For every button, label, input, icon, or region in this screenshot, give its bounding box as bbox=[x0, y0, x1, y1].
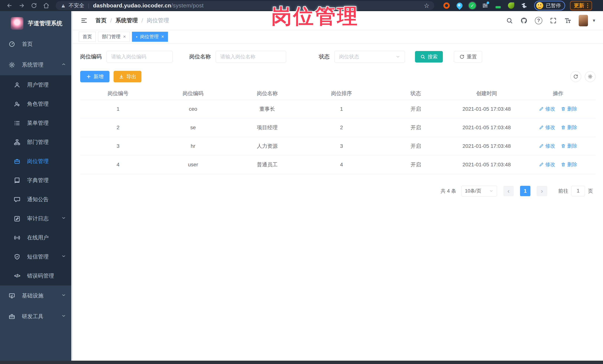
page-size-select[interactable]: 10条/页 bbox=[461, 186, 497, 196]
edit-link[interactable]: 修改 bbox=[539, 161, 555, 168]
column-header: 岗位编号 bbox=[80, 87, 156, 100]
hamburger-icon bbox=[81, 17, 88, 24]
cell-post-status: 开启 bbox=[379, 100, 453, 118]
next-page-button[interactable]: › bbox=[537, 186, 547, 196]
sidebar-item-label: 研发工具 bbox=[22, 313, 43, 320]
cell-post-status: 开启 bbox=[379, 155, 453, 174]
not-secure-warning-icon[interactable]: ▲ ! bbox=[60, 3, 66, 8]
sidebar-item-dictionary[interactable]: 字典管理 bbox=[0, 171, 73, 190]
chevron-down-icon bbox=[61, 293, 66, 299]
prev-page-button[interactable]: ‹ bbox=[503, 186, 514, 196]
delete-link[interactable]: 删除 bbox=[561, 124, 577, 131]
browser-back-button[interactable] bbox=[3, 1, 16, 10]
cell-post-status: 开启 bbox=[379, 118, 453, 137]
sidebar-item-audit-log[interactable]: 审计日志 bbox=[0, 209, 73, 228]
font-size-icon bbox=[564, 17, 571, 24]
edit-link[interactable]: 修改 bbox=[539, 124, 555, 131]
post-code-input[interactable] bbox=[106, 51, 173, 63]
reset-button[interactable]: 重置 bbox=[454, 51, 482, 63]
profile-emoji-icon bbox=[536, 2, 543, 9]
close-icon[interactable]: × bbox=[123, 34, 126, 40]
sidebar-item-menus[interactable]: 菜单管理 bbox=[0, 113, 73, 132]
url-path: /system/post bbox=[171, 2, 204, 9]
cell-post-sort: 1 bbox=[304, 100, 379, 118]
extensions-puzzle-icon[interactable] bbox=[521, 2, 528, 9]
overlay-annotation-title: 岗位管理 bbox=[271, 3, 359, 30]
tag-posts-active[interactable]: ● 岗位管理 × bbox=[132, 32, 168, 42]
page-number-1[interactable]: 1 bbox=[520, 186, 530, 196]
avatar-caret-icon[interactable]: ▾ bbox=[593, 18, 595, 23]
export-button[interactable]: 导出 bbox=[114, 71, 141, 82]
role-icon bbox=[14, 101, 20, 107]
user-avatar[interactable] bbox=[579, 15, 588, 26]
page-suffix-label: 页 bbox=[588, 188, 593, 194]
search-button[interactable]: 搜索 bbox=[415, 51, 443, 63]
column-settings-button[interactable] bbox=[585, 71, 596, 82]
sidebar-collapse-button[interactable] bbox=[81, 17, 88, 24]
sidebar-item-notices[interactable]: 通知公告 bbox=[0, 190, 73, 209]
delete-link[interactable]: 删除 bbox=[561, 161, 577, 168]
extension-leaf-icon[interactable] bbox=[507, 2, 515, 9]
sidebar-item-departments[interactable]: 部门管理 bbox=[0, 132, 73, 152]
breadcrumb-system[interactable]: 系统管理 bbox=[116, 17, 138, 24]
extension-dictionary-icon[interactable] bbox=[494, 2, 502, 9]
profile-paused-badge[interactable]: 已暂停 bbox=[534, 1, 565, 10]
extension-check-badge-icon[interactable]: ✓ bbox=[469, 2, 476, 9]
table-refresh-button[interactable] bbox=[570, 71, 581, 82]
tag-departments[interactable]: 部门管理 × bbox=[98, 32, 130, 42]
sidebar-item-users[interactable]: 用户管理 bbox=[0, 75, 73, 94]
browser-refresh-button[interactable] bbox=[28, 1, 40, 10]
browser-forward-button[interactable] bbox=[16, 1, 28, 10]
sidebar-item-dev-tools[interactable]: 研发工具 bbox=[0, 306, 73, 327]
chevron-down-icon bbox=[61, 314, 66, 320]
column-header: 操作 bbox=[521, 87, 596, 100]
help-button[interactable]: ? bbox=[535, 17, 542, 24]
cell-post-id: 1 bbox=[80, 100, 156, 118]
sidebar-item-roles[interactable]: 角色管理 bbox=[0, 94, 73, 113]
sidebar-item-system[interactable]: 系统管理 bbox=[0, 55, 73, 75]
fullscreen-button[interactable] bbox=[550, 17, 557, 24]
column-header: 岗位编码 bbox=[156, 87, 230, 100]
post-name-input[interactable] bbox=[216, 51, 286, 63]
edit-link[interactable]: 修改 bbox=[539, 106, 555, 112]
close-icon[interactable]: × bbox=[161, 34, 164, 40]
edit-link[interactable]: 修改 bbox=[539, 143, 555, 149]
address-bar[interactable]: ▲ ! 不安全 | dashboard.yudao.iocoder.cn/sys… bbox=[56, 1, 434, 10]
sidebar-item-error-codes[interactable]: </> 错误码管理 bbox=[0, 266, 73, 285]
sidebar-item-online-users[interactable]: 在线用户 bbox=[0, 228, 73, 247]
sidebar-item-infrastructure[interactable]: 基础设施 bbox=[0, 285, 73, 306]
security-label[interactable]: 不安全 bbox=[69, 2, 84, 9]
more-menu-icon[interactable] bbox=[587, 3, 588, 8]
github-link-button[interactable] bbox=[521, 17, 527, 24]
sidebar-item-label: 基础设施 bbox=[22, 292, 43, 299]
sidebar-item-label: 审计日志 bbox=[27, 215, 49, 222]
user-icon bbox=[14, 82, 20, 88]
goto-page-input[interactable] bbox=[571, 186, 585, 196]
bookmark-star-icon[interactable]: ☆ bbox=[424, 2, 429, 9]
question-icon: ? bbox=[535, 17, 542, 24]
search-icon bbox=[506, 17, 513, 24]
cell-post-id: 2 bbox=[80, 118, 156, 137]
delete-link[interactable]: 删除 bbox=[561, 143, 577, 149]
browser-update-button[interactable]: 更新 bbox=[570, 1, 592, 10]
header-search-button[interactable] bbox=[506, 17, 513, 24]
sidebar-item-home[interactable]: 首页 bbox=[0, 34, 73, 55]
edit-icon bbox=[539, 125, 544, 130]
extension-pin-icon[interactable] bbox=[456, 2, 463, 9]
font-size-button[interactable] bbox=[564, 17, 571, 24]
delete-link[interactable]: 删除 bbox=[561, 106, 577, 112]
trash-icon bbox=[561, 143, 566, 148]
address-divider: | bbox=[88, 3, 89, 9]
cell-post-sort: 4 bbox=[304, 155, 379, 174]
status-select[interactable]: 岗位状态 bbox=[335, 51, 405, 63]
extension-sliders-icon[interactable] bbox=[481, 2, 489, 9]
extension-orange-ring-icon[interactable] bbox=[443, 2, 450, 9]
tag-home[interactable]: 首页 bbox=[79, 32, 96, 42]
browser-home-button[interactable] bbox=[40, 1, 52, 10]
breadcrumb-current: 岗位管理 bbox=[147, 17, 169, 24]
breadcrumb-home[interactable]: 首页 bbox=[95, 17, 106, 24]
paused-label: 已暂停 bbox=[546, 2, 561, 9]
sidebar-item-posts[interactable]: 岗位管理 bbox=[0, 152, 73, 171]
sidebar-item-sms[interactable]: 短信管理 bbox=[0, 247, 73, 266]
add-button[interactable]: 新增 bbox=[80, 71, 109, 82]
